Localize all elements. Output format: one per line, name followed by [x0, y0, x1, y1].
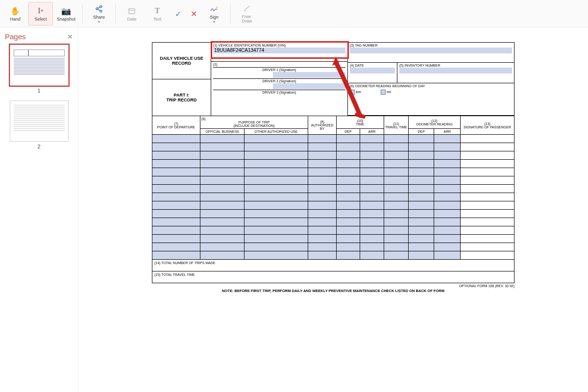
table-cell[interactable] [152, 201, 200, 210]
table-cell[interactable] [152, 218, 200, 226]
table-cell[interactable] [245, 210, 308, 218]
table-cell[interactable] [360, 226, 384, 235]
table-cell[interactable] [245, 135, 308, 143]
table-cell[interactable] [384, 168, 408, 176]
table-cell[interactable] [461, 193, 514, 201]
table-cell[interactable] [308, 185, 337, 193]
table-cell[interactable] [360, 135, 384, 143]
table-cell[interactable] [360, 201, 384, 210]
table-cell[interactable] [337, 243, 360, 251]
table-cell[interactable] [408, 143, 434, 151]
table-cell[interactable] [245, 218, 308, 226]
inventory-field[interactable] [399, 68, 512, 74]
table-cell[interactable] [308, 160, 337, 168]
table-cell[interactable] [200, 168, 245, 176]
driver2-sig-field[interactable] [273, 83, 346, 89]
table-cell[interactable] [384, 176, 408, 185]
table-cell[interactable] [337, 143, 360, 151]
table-cell[interactable] [384, 226, 408, 235]
table-cell[interactable] [461, 168, 514, 176]
share-tool[interactable]: Share ▼ [87, 2, 111, 25]
table-cell[interactable] [384, 160, 408, 168]
table-cell[interactable] [152, 160, 200, 168]
table-cell[interactable] [461, 160, 514, 168]
table-cell[interactable] [245, 235, 308, 243]
table-cell[interactable] [384, 243, 408, 251]
table-cell[interactable] [337, 160, 360, 168]
table-cell[interactable] [360, 151, 384, 160]
table-cell[interactable] [152, 168, 200, 176]
table-cell[interactable] [434, 218, 461, 226]
table-cell[interactable] [360, 210, 384, 218]
table-cell[interactable] [152, 243, 200, 251]
table-cell[interactable] [360, 251, 384, 260]
table-cell[interactable] [200, 235, 245, 243]
hand-tool[interactable]: ✋ Hand [3, 2, 27, 25]
table-cell[interactable] [434, 135, 461, 143]
table-cell[interactable] [384, 135, 408, 143]
table-cell[interactable] [461, 135, 514, 143]
table-cell[interactable] [461, 185, 514, 193]
table-cell[interactable] [360, 243, 384, 251]
table-cell[interactable] [152, 210, 200, 218]
table-cell[interactable] [434, 226, 461, 235]
page-thumbnail-2[interactable] [10, 100, 69, 142]
table-cell[interactable] [408, 193, 434, 201]
table-cell[interactable] [384, 151, 408, 160]
date-field[interactable] [350, 68, 395, 74]
table-cell[interactable] [461, 143, 514, 151]
table-cell[interactable] [152, 176, 200, 185]
table-cell[interactable] [434, 235, 461, 243]
table-cell[interactable] [200, 243, 245, 251]
table-cell[interactable] [461, 210, 514, 218]
tag-number-field[interactable] [350, 48, 512, 53]
table-cell[interactable] [152, 226, 200, 235]
table-cell[interactable] [337, 251, 360, 260]
text-tool[interactable]: T Text [145, 2, 170, 25]
table-cell[interactable] [461, 243, 514, 251]
table-cell[interactable] [434, 251, 461, 260]
table-cell[interactable] [200, 151, 245, 160]
table-cell[interactable] [245, 185, 308, 193]
table-cell[interactable] [360, 168, 384, 176]
table-cell[interactable] [337, 210, 360, 218]
table-cell[interactable] [434, 210, 461, 218]
table-cell[interactable] [308, 168, 337, 176]
table-cell[interactable] [384, 143, 408, 151]
table-cell[interactable] [308, 235, 337, 243]
table-cell[interactable] [461, 201, 514, 210]
table-cell[interactable] [408, 160, 434, 168]
table-cell[interactable] [384, 218, 408, 226]
table-cell[interactable] [308, 210, 337, 218]
table-cell[interactable] [408, 201, 434, 210]
table-cell[interactable] [308, 151, 337, 160]
table-cell[interactable] [408, 176, 434, 185]
table-cell[interactable] [360, 143, 384, 151]
table-cell[interactable] [245, 160, 308, 168]
table-cell[interactable] [360, 176, 384, 185]
table-cell[interactable] [384, 185, 408, 193]
table-cell[interactable] [308, 143, 337, 151]
table-cell[interactable] [461, 251, 514, 260]
document-viewer[interactable]: DAILY VEHICLE USE RECORD PART I: TRIP RE… [78, 27, 588, 392]
table-cell[interactable] [200, 176, 245, 185]
table-cell[interactable] [200, 143, 245, 151]
table-cell[interactable] [308, 226, 337, 235]
table-cell[interactable] [384, 210, 408, 218]
table-cell[interactable] [337, 135, 360, 143]
table-cell[interactable] [200, 160, 245, 168]
table-cell[interactable] [200, 135, 245, 143]
close-panel-icon[interactable]: ✕ [67, 33, 73, 41]
table-cell[interactable] [245, 176, 308, 185]
snapshot-tool[interactable]: 📷 Snapshot [54, 2, 78, 25]
table-cell[interactable] [408, 243, 434, 251]
table-cell[interactable] [408, 151, 434, 160]
sign-tool[interactable]: Sign ▼ [202, 2, 226, 25]
table-cell[interactable] [360, 218, 384, 226]
table-cell[interactable] [200, 193, 245, 201]
date-tool[interactable]: Date [120, 2, 144, 25]
table-cell[interactable] [461, 176, 514, 185]
table-cell[interactable] [434, 201, 461, 210]
table-cell[interactable] [308, 218, 337, 226]
driver1-sig-field[interactable] [273, 72, 346, 78]
